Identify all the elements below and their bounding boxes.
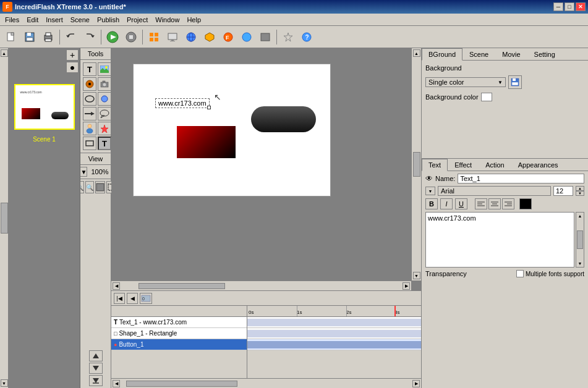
timeline-layer-text[interactable]: T Text_1 - www.cr173.com <box>111 317 247 328</box>
image-tool[interactable] <box>98 62 111 76</box>
menu-scene[interactable]: Scene <box>67 15 93 25</box>
scene-scrollbar[interactable]: ▲ ▼ <box>0 48 9 388</box>
hscroll-thumb[interactable] <box>138 283 225 289</box>
scene-thumbnail[interactable]: www.cr173.com <box>14 84 75 130</box>
color-mode-dropdown[interactable]: Single color ▼ <box>425 77 506 87</box>
tab-appearances[interactable]: Appearances <box>511 159 565 171</box>
music-tool[interactable] <box>83 77 96 91</box>
timeline-layer-shape[interactable]: □ Shape_1 - Rectangle <box>111 328 247 339</box>
resize-handle-br[interactable] <box>207 106 211 109</box>
hscroll-left[interactable]: ◀ <box>113 282 120 290</box>
tab-text[interactable]: Text <box>422 159 448 171</box>
camera-tool[interactable] <box>98 77 111 91</box>
vscroll-down[interactable]: ▼ <box>413 272 420 279</box>
font-size-down[interactable]: ▼ <box>576 191 584 196</box>
timeline-layer-button[interactable]: ● Button_1 <box>111 339 247 350</box>
canvas-oval-object[interactable] <box>251 106 316 132</box>
bold-button[interactable]: B <box>425 198 438 209</box>
close-button[interactable]: ✕ <box>576 2 586 11</box>
zoom-out-btn[interactable]: 🔍 <box>85 181 94 193</box>
scene-del-btn[interactable]: ● <box>66 62 79 73</box>
bg-save-button[interactable] <box>508 75 522 89</box>
minimize-button[interactable]: ─ <box>553 2 563 11</box>
package-button[interactable] <box>201 28 218 46</box>
canvas-hscrollbar[interactable]: ◀ ▶ <box>111 280 411 290</box>
menu-publish[interactable]: Publish <box>93 15 123 25</box>
vscroll-thumb[interactable] <box>413 152 420 177</box>
menu-project[interactable]: Project <box>123 15 151 25</box>
tl-frame-back-btn[interactable]: ◀ <box>127 293 138 304</box>
text-object[interactable]: www.cr173.com <box>155 98 210 108</box>
menu-edit[interactable]: Edit <box>23 15 42 25</box>
multiple-fonts-checkbox[interactable] <box>516 270 524 277</box>
font-dropdown-arrow[interactable]: ▼ <box>425 187 435 195</box>
align-right-button[interactable] <box>502 198 514 209</box>
rect-tool[interactable] <box>83 137 96 150</box>
text-tool[interactable]: T <box>83 62 96 76</box>
export-button[interactable] <box>257 28 274 46</box>
help-button[interactable]: ? <box>298 28 315 46</box>
visibility-icon[interactable]: 👁 <box>425 174 433 183</box>
title-bar-buttons[interactable]: ─ □ ✕ <box>553 2 586 11</box>
network-button[interactable] <box>238 28 255 46</box>
redo-button[interactable] <box>81 28 98 46</box>
maximize-button[interactable]: □ <box>565 2 574 11</box>
tab-effect[interactable]: Effect <box>448 159 479 171</box>
globe-button[interactable] <box>182 28 200 46</box>
zoom-dropdown-btn[interactable]: ▼ <box>80 167 87 177</box>
print-button[interactable] <box>40 28 57 46</box>
text-vscroll-down[interactable]: ▼ <box>578 261 582 266</box>
circle-tool[interactable] <box>98 92 111 106</box>
save-button[interactable] <box>21 28 38 46</box>
tab-action[interactable]: Action <box>479 159 511 171</box>
layer-down2-btn[interactable] <box>89 375 103 386</box>
tab-setting[interactable]: Setting <box>527 48 562 60</box>
pan-btn[interactable] <box>95 181 105 193</box>
vscroll-up[interactable]: ▲ <box>413 49 420 57</box>
tl-back-btn[interactable]: |◀ <box>114 293 125 304</box>
underline-button[interactable]: U <box>455 198 467 209</box>
name-input[interactable] <box>458 174 584 183</box>
text-vscroll-thumb[interactable] <box>577 230 583 249</box>
undo-button[interactable] <box>62 28 80 46</box>
text-area[interactable]: www.cr173.com <box>425 212 574 268</box>
text-scrollbar[interactable]: ▲ ▼ <box>576 212 584 268</box>
font-dropdown[interactable]: Arial <box>438 186 551 196</box>
play-button[interactable] <box>104 28 121 46</box>
tl-hscroll-left[interactable]: ◀ <box>113 380 120 387</box>
arrow-tool[interactable] <box>83 107 96 120</box>
tl-hscroll-thumb[interactable] <box>126 381 237 387</box>
menu-insert[interactable]: Insert <box>42 15 67 25</box>
bg-color-swatch[interactable] <box>481 93 492 101</box>
person-tool[interactable] <box>83 122 96 135</box>
stop-button[interactable] <box>122 28 140 46</box>
text-color-swatch[interactable] <box>519 198 532 209</box>
canvas-rect-object[interactable] <box>177 126 236 158</box>
canvas-vscrollbar[interactable]: ▲ ▼ <box>411 48 421 280</box>
text-vscroll-up[interactable]: ▲ <box>578 214 582 218</box>
scroll-thumb[interactable] <box>1 203 8 234</box>
tab-scene[interactable]: Scene <box>462 48 495 60</box>
menu-files[interactable]: Files <box>1 15 23 25</box>
star-button[interactable] <box>279 28 297 46</box>
new-button[interactable] <box>2 28 20 46</box>
hscroll-right[interactable]: ▶ <box>403 282 410 290</box>
menu-help[interactable]: Help <box>183 15 205 25</box>
layer-down-btn[interactable] <box>89 363 103 374</box>
menu-window[interactable]: Window <box>151 15 183 25</box>
grid-button[interactable] <box>145 28 163 46</box>
bubble-tool[interactable] <box>98 107 111 120</box>
scene-add-btn[interactable]: + <box>66 49 79 61</box>
font-size-input[interactable] <box>553 186 573 196</box>
flash-button[interactable]: F <box>219 28 237 46</box>
scroll-up-btn[interactable]: ▲ <box>1 49 8 57</box>
italic-button[interactable]: I <box>440 198 453 209</box>
align-center-button[interactable] <box>488 198 501 209</box>
effects-tool[interactable] <box>98 122 111 135</box>
text2-tool[interactable]: T <box>98 137 111 150</box>
scroll-down-btn[interactable]: ▼ <box>1 379 8 387</box>
tl-hscroll-right[interactable]: ▶ <box>412 380 420 387</box>
layer-up-btn[interactable] <box>89 350 103 361</box>
timeline-hscrollbar[interactable]: ◀ ▶ <box>111 378 421 388</box>
tab-movie[interactable]: Movie <box>495 48 527 60</box>
